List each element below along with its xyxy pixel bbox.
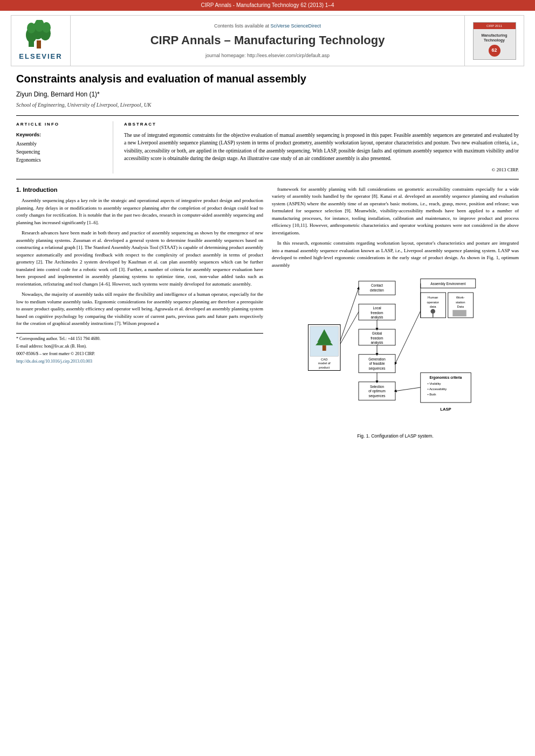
authors-text: Ziyun Ding, Bernard Hon (1)* (16, 91, 100, 98)
svg-text:of feasible: of feasible (369, 362, 385, 366)
svg-text:analysis: analysis (371, 341, 383, 345)
figure-1: CAD model of product Contact detection L… (272, 274, 519, 440)
journal-title: CIRP Annals – Manufacturing Technology (150, 32, 385, 49)
svg-text:• Accessibility: • Accessibility (428, 387, 447, 391)
sciverse-line: Contents lists available at SciVerse Sci… (214, 23, 321, 30)
svg-text:of optimum: of optimum (368, 390, 385, 394)
left-column: 1. Introduction Assembly sequencing play… (16, 186, 263, 440)
info-abstract-grid: ARTICLE INFO Keywords: Assembly Sequenci… (16, 115, 519, 179)
svg-point-7 (42, 22, 51, 33)
svg-text:Ergonomics criteria: Ergonomics criteria (430, 376, 462, 380)
corresponding-note: * Corresponding author. Tel.: +44 151 79… (16, 336, 263, 342)
article-info-section: ARTICLE INFO Keywords: Assembly Sequenci… (16, 121, 113, 174)
abstract-label: ABSTRACT (124, 121, 519, 127)
svg-rect-12 (323, 345, 326, 351)
keywords-label: Keywords: (16, 131, 106, 138)
journal-thumbnail: CIRP 2011 Manufacturing Technology 62 (473, 22, 516, 60)
svg-line-55 (340, 312, 359, 344)
header-center: Contents lists available at SciVerse Sci… (71, 16, 464, 66)
thumb-circle: 62 (489, 45, 500, 57)
top-bar: CIRP Annals - Manufacturing Technology 6… (0, 0, 535, 11)
elsevier-logo: ELSEVIER (19, 20, 62, 61)
svg-line-59 (395, 311, 421, 364)
svg-rect-47 (452, 310, 467, 317)
right-para-2: In this research, ergonomic constraints … (272, 240, 519, 269)
svg-text:• Both: • Both (428, 393, 436, 397)
intro-para-3: Nowadays, the majority of assembly tasks… (16, 291, 263, 328)
svg-text:Data: Data (457, 305, 464, 308)
svg-text:sequences: sequences (369, 394, 386, 398)
svg-text:station: station (456, 301, 465, 304)
svg-text:Selection: Selection (370, 385, 385, 389)
svg-text:Assembly Environment: Assembly Environment (430, 282, 465, 287)
svg-text:detection: detection (370, 289, 384, 293)
svg-text:LASP: LASP (440, 407, 451, 412)
two-column-layout: 1. Introduction Assembly sequencing play… (16, 186, 519, 440)
svg-text:Local: Local (373, 307, 381, 310)
svg-text:sequences: sequences (369, 366, 386, 371)
svg-text:analysis: analysis (371, 316, 383, 320)
intro-para-2: Research advances have been made in both… (16, 230, 263, 288)
issn-note: 0007-8506/$ – see front matter © 2013 CI… (16, 351, 263, 357)
elsevier-text: ELSEVIER (19, 52, 62, 61)
svg-text:CAD: CAD (321, 358, 328, 361)
article-info-label: ARTICLE INFO (16, 121, 106, 127)
article-content: Constraints analysis and evaluation of m… (16, 72, 519, 440)
thumb-content: Manufacturing Technology (476, 33, 513, 43)
footnote-area: * Corresponding author. Tel.: +44 151 79… (16, 333, 263, 365)
intro-body: Assembly sequencing plays a key role in … (16, 197, 263, 328)
top-bar-text: CIRP Annals - Manufacturing Technology 6… (201, 2, 334, 8)
svg-point-5 (27, 23, 36, 33)
right-column: framework for assembly planning with ful… (272, 186, 519, 440)
keyword-1: Assembly (16, 141, 106, 148)
keyword-2: Sequencing (16, 149, 106, 156)
svg-text:freedom: freedom (371, 336, 383, 340)
abstract-text: The use of integrated ergonomic constrai… (124, 131, 519, 162)
right-para-1: framework for assembly planning with ful… (272, 186, 519, 237)
svg-text:Human: Human (428, 296, 438, 299)
doi-link[interactable]: http://dx.doi.org/10.1016/j.cirp.2013.03… (16, 358, 263, 364)
keyword-3: Ergonomics (16, 157, 106, 164)
email-note: E-mail address: hon@liv.ac.uk (B. Hon). (16, 343, 263, 349)
svg-text:data: data (430, 305, 436, 308)
journal-homepage: journal homepage: http://ees.elsevier.co… (205, 52, 330, 59)
svg-text:Contact: Contact (371, 283, 383, 287)
article-authors: Ziyun Ding, Bernard Hon (1)* (16, 90, 519, 99)
elsevier-tree-icon (26, 20, 56, 50)
svg-text:• Visibility: • Visibility (428, 382, 441, 385)
figure-1-diagram: CAD model of product Contact detection L… (304, 274, 487, 430)
svg-text:product: product (319, 366, 330, 369)
svg-line-54 (340, 288, 359, 341)
svg-text:model of: model of (318, 362, 331, 365)
svg-text:operator: operator (427, 301, 439, 304)
contents-text: Contents lists available at (214, 23, 269, 29)
article-title: Constraints analysis and evaluation of m… (16, 72, 519, 86)
intro-para-1: Assembly sequencing plays a key role in … (16, 197, 263, 226)
svg-line-60 (395, 387, 421, 391)
header-logo-area: ELSEVIER (11, 16, 71, 66)
svg-text:Generation: Generation (368, 357, 386, 361)
right-body: framework for assembly planning with ful… (272, 186, 519, 269)
article-affiliation: School of Engineering, University of Liv… (16, 101, 519, 109)
sciverse-link[interactable]: SciVerse ScienceDirect (271, 23, 321, 29)
journal-header: ELSEVIER Contents lists available at Sci… (11, 15, 524, 66)
keywords-list: Assembly Sequencing Ergonomics (16, 141, 106, 164)
figure-caption: Fig. 1. Configuration of LASP system. (357, 433, 434, 440)
svg-rect-4 (37, 40, 41, 48)
svg-point-41 (430, 309, 435, 314)
thumb-header: CIRP 2011 (474, 23, 516, 29)
copyright-line: © 2013 CIRP. (124, 167, 519, 174)
svg-text:Work-: Work- (456, 296, 465, 299)
intro-heading: 1. Introduction (16, 186, 263, 194)
thumb-title: Manufacturing Technology (476, 33, 513, 43)
abstract-section: ABSTRACT The use of integrated ergonomic… (113, 121, 519, 174)
svg-text:freedom: freedom (371, 311, 383, 315)
svg-text:Global: Global (372, 331, 382, 335)
header-right: CIRP 2011 Manufacturing Technology 62 (464, 16, 524, 66)
